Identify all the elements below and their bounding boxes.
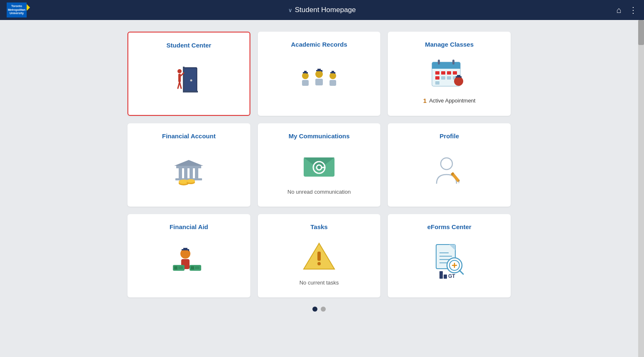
svg-rect-23: [334, 72, 335, 74]
university-logo: Toronto Metropolitan University: [7, 2, 27, 17]
tile-manage-classes-title: Manage Classes: [425, 41, 474, 48]
financial-account-svg: [168, 152, 210, 190]
tile-my-communications-title: My Communications: [289, 132, 350, 140]
tile-eforms-center[interactable]: eForms Center: [388, 214, 511, 297]
tile-tasks-title: Tasks: [310, 223, 327, 230]
pagination: [117, 307, 522, 316]
svg-point-10: [302, 72, 309, 79]
svg-rect-42: [461, 76, 462, 78]
svg-rect-17: [317, 69, 321, 70]
tile-tasks[interactable]: Tasks No current tasks: [258, 214, 381, 297]
svg-line-9: [180, 82, 181, 88]
main-content: Student Center: [0, 20, 638, 357]
my-communications-svg: [300, 149, 338, 182]
svg-rect-35: [441, 76, 445, 80]
svg-rect-32: [447, 71, 451, 75]
svg-rect-1: [185, 68, 196, 91]
home-icon[interactable]: ⌂: [617, 5, 622, 15]
menu-icon[interactable]: ⋮: [629, 5, 637, 15]
student-center-svg: [168, 61, 210, 99]
svg-rect-75: [191, 266, 194, 270]
svg-line-91: [459, 270, 463, 274]
svg-rect-47: [195, 168, 198, 178]
svg-rect-41: [457, 75, 460, 76]
svg-rect-45: [184, 168, 187, 178]
svg-rect-13: [307, 72, 307, 74]
scrollbar-thumb[interactable]: [638, 20, 644, 45]
tile-financial-account[interactable]: Financial Account: [127, 123, 250, 207]
eforms-center-svg: GT: [429, 241, 470, 283]
scrollbar-track[interactable]: [638, 20, 644, 357]
svg-rect-38: [435, 81, 439, 85]
tile-profile-icon: [431, 147, 468, 195]
svg-rect-24: [329, 80, 336, 86]
tile-financial-account-title: Financial Account: [162, 132, 216, 140]
tasks-svg: [300, 240, 338, 273]
tile-manage-classes-icon: [429, 55, 470, 93]
svg-rect-14: [302, 80, 309, 86]
svg-rect-6: [178, 74, 181, 82]
svg-rect-71: [174, 266, 177, 270]
svg-rect-34: [435, 76, 439, 80]
nav-icons: ⌂ ⋮: [617, 5, 637, 15]
profile-svg: [431, 155, 468, 188]
tile-my-communications-subtitle: No unread communication: [287, 189, 351, 195]
financial-aid-svg: [168, 243, 210, 281]
svg-rect-79: [317, 252, 321, 261]
tile-profile[interactable]: Profile: [388, 123, 511, 207]
svg-point-5: [177, 69, 182, 73]
svg-rect-22: [332, 71, 334, 72]
svg-rect-36: [447, 76, 451, 80]
svg-rect-43: [176, 166, 201, 168]
svg-rect-28: [438, 60, 440, 65]
svg-rect-66: [182, 249, 189, 250]
tile-grid: Student Center: [127, 32, 511, 297]
tile-eforms-center-icon: GT: [429, 238, 470, 286]
svg-rect-3: [183, 91, 198, 92]
tile-financial-aid[interactable]: Financial Aid: [127, 214, 250, 297]
tile-academic-records[interactable]: Academic Records: [258, 32, 381, 116]
svg-rect-29: [452, 60, 454, 65]
svg-point-55: [187, 179, 195, 182]
tile-financial-aid-icon: [168, 238, 210, 286]
manage-classes-svg: [429, 55, 470, 93]
svg-rect-16: [316, 70, 322, 71]
svg-point-61: [441, 158, 452, 170]
svg-rect-31: [441, 71, 445, 75]
pagination-dot-1[interactable]: [312, 307, 317, 312]
svg-point-80: [317, 262, 321, 265]
academic-records-svg: [296, 63, 342, 97]
svg-rect-33: [453, 71, 457, 75]
tile-financial-account-icon: [168, 147, 210, 195]
tile-my-communications-icon: [300, 147, 338, 185]
tile-student-center-icon: [168, 56, 210, 103]
tile-student-center[interactable]: Student Center: [127, 32, 250, 116]
svg-point-39: [454, 77, 463, 86]
svg-text:GT: GT: [448, 273, 455, 279]
tile-profile-title: Profile: [439, 132, 459, 140]
tile-manage-classes[interactable]: Manage Classes: [388, 32, 511, 116]
svg-rect-44: [179, 168, 182, 178]
svg-rect-19: [315, 79, 323, 85]
tile-academic-records-title: Academic Records: [291, 41, 347, 48]
svg-rect-93: [444, 275, 447, 279]
svg-rect-27: [432, 67, 460, 69]
logo-text: Toronto Metropolitan University: [8, 5, 25, 15]
page-title-text: Student Homepage: [295, 6, 356, 14]
pagination-dot-2[interactable]: [321, 307, 326, 312]
tile-tasks-icon: [300, 238, 338, 275]
svg-rect-40: [456, 76, 462, 77]
page-title: Student Homepage: [288, 6, 356, 14]
svg-rect-67: [183, 248, 187, 249]
svg-rect-30: [435, 71, 439, 75]
tile-academic-records-icon: [296, 55, 342, 104]
appointment-label: Active Appointment: [429, 97, 475, 104]
appointment-number: 1: [423, 97, 427, 104]
top-navigation: Toronto Metropolitan University Student …: [0, 0, 644, 20]
tile-eforms-center-title: eForms Center: [427, 223, 472, 230]
svg-rect-92: [439, 271, 443, 279]
active-appointment: 1 Active Appointment: [423, 97, 476, 104]
page-wrapper: Student Center: [0, 20, 644, 357]
svg-rect-18: [322, 70, 322, 72]
tile-my-communications[interactable]: My Communications No unread communicatio…: [258, 123, 381, 207]
